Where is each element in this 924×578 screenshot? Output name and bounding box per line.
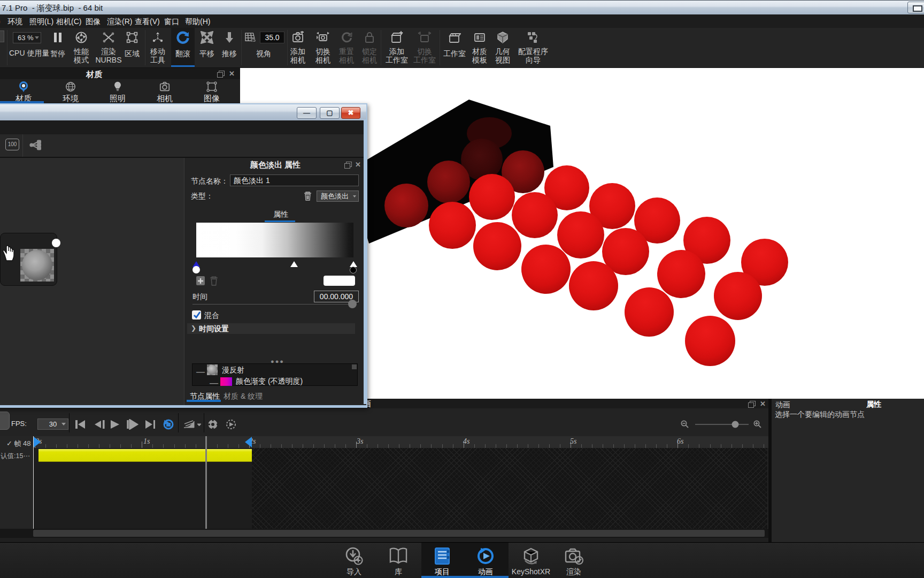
svg-text:P: P (80, 35, 83, 41)
